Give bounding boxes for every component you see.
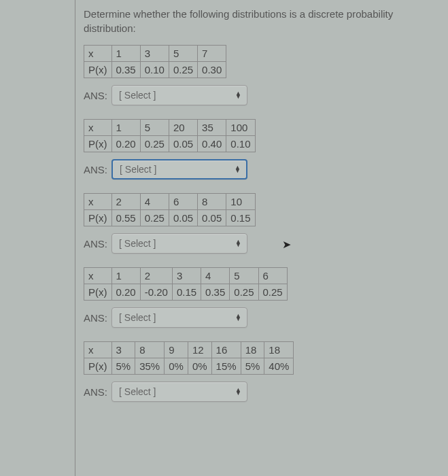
row-label-x: x bbox=[84, 268, 112, 284]
x-cell: 18 bbox=[264, 342, 294, 358]
answer-select[interactable]: [ Select ]▲▼ bbox=[111, 307, 247, 328]
row-label-px: P(x) bbox=[84, 210, 112, 226]
select-placeholder: [ Select ] bbox=[119, 312, 156, 323]
select-placeholder: [ Select ] bbox=[119, 238, 156, 249]
select-placeholder: [ Select ] bbox=[120, 164, 156, 175]
select-placeholder: [ Select ] bbox=[119, 386, 156, 397]
distribution-table: x38912161818P(x)5%35%0%0%15%5%40% bbox=[84, 341, 294, 375]
px-cell: 5% bbox=[111, 358, 135, 375]
distribution-table: x123456P(x)0.20-0.200.150.350.250.25 bbox=[84, 267, 288, 301]
x-cell: 3 bbox=[111, 342, 135, 358]
px-cell: -0.20 bbox=[140, 284, 172, 301]
chevron-updown-icon: ▲▼ bbox=[235, 388, 241, 395]
x-cell: 18 bbox=[241, 342, 264, 358]
chevron-updown-icon: ▲▼ bbox=[235, 240, 241, 247]
question-page: Determine whether the following distribu… bbox=[75, 0, 448, 476]
px-cell: 0.10 bbox=[226, 136, 255, 152]
chevron-updown-icon: ▲▼ bbox=[235, 314, 241, 321]
px-cell: 35% bbox=[135, 358, 165, 375]
px-cell: 15% bbox=[211, 358, 241, 375]
distribution-block: x38912161818P(x)5%35%0%0%15%5%40%ANS:[ S… bbox=[84, 341, 434, 402]
row-label-px: P(x) bbox=[84, 62, 112, 78]
px-cell: 5% bbox=[241, 358, 264, 375]
x-cell: 12 bbox=[188, 342, 211, 358]
x-cell: 8 bbox=[135, 342, 165, 358]
px-cell: 0% bbox=[165, 358, 188, 375]
answer-row: ANS:[ Select ]▲▼ bbox=[84, 233, 434, 254]
px-cell: 0% bbox=[188, 358, 211, 375]
x-cell: 2 bbox=[140, 268, 172, 284]
x-cell: 5 bbox=[140, 120, 169, 136]
x-cell: 1 bbox=[111, 120, 140, 136]
px-cell: 0.10 bbox=[140, 62, 169, 78]
x-cell: 35 bbox=[198, 120, 226, 136]
px-cell: 0.25 bbox=[169, 62, 197, 78]
px-cell: 0.35 bbox=[201, 284, 230, 301]
answer-select[interactable]: [ Select ]▲▼ bbox=[111, 233, 247, 254]
x-cell: 1 bbox=[111, 46, 140, 62]
px-cell: 0.05 bbox=[169, 210, 197, 226]
row-label-x: x bbox=[84, 46, 112, 62]
answer-label: ANS: bbox=[84, 164, 107, 175]
chevron-updown-icon: ▲▼ bbox=[235, 92, 241, 99]
px-cell: 0.25 bbox=[230, 284, 258, 301]
chevron-updown-icon: ▲▼ bbox=[235, 166, 241, 173]
x-cell: 8 bbox=[198, 194, 226, 210]
row-label-px: P(x) bbox=[84, 136, 112, 152]
px-cell: 0.30 bbox=[198, 62, 226, 78]
select-placeholder: [ Select ] bbox=[119, 90, 156, 101]
x-cell: 6 bbox=[258, 268, 287, 284]
distribution-block: x123456P(x)0.20-0.200.150.350.250.25ANS:… bbox=[84, 267, 434, 328]
row-label-x: x bbox=[84, 342, 112, 358]
distribution-block: x1357P(x)0.350.100.250.30ANS:[ Select ]▲… bbox=[84, 45, 434, 105]
px-cell: 0.35 bbox=[111, 62, 140, 78]
px-cell: 0.25 bbox=[140, 210, 169, 226]
x-cell: 7 bbox=[198, 46, 226, 62]
px-cell: 0.25 bbox=[140, 136, 169, 152]
x-cell: 4 bbox=[140, 194, 169, 210]
answer-select[interactable]: [ Select ]▲▼ bbox=[111, 85, 247, 105]
x-cell: 5 bbox=[169, 46, 197, 62]
px-cell: 0.15 bbox=[172, 284, 201, 301]
distribution-table: x152035100P(x)0.200.250.050.400.10 bbox=[84, 119, 256, 152]
px-cell: 0.40 bbox=[198, 136, 226, 152]
x-cell: 2 bbox=[111, 194, 140, 210]
row-label-px: P(x) bbox=[84, 358, 112, 375]
row-label-x: x bbox=[84, 120, 112, 136]
x-cell: 9 bbox=[165, 342, 188, 358]
px-cell: 0.05 bbox=[169, 136, 197, 152]
px-cell: 0.25 bbox=[258, 284, 287, 301]
px-cell: 0.20 bbox=[111, 136, 140, 152]
x-cell: 3 bbox=[172, 268, 201, 284]
distribution-block: x246810P(x)0.550.250.050.050.15ANS:[ Sel… bbox=[84, 193, 434, 254]
distribution-table: x1357P(x)0.350.100.250.30 bbox=[84, 45, 226, 78]
row-label-x: x bbox=[84, 194, 112, 210]
answer-row: ANS:[ Select ]▲▼ bbox=[84, 159, 434, 180]
answer-row: ANS:[ Select ]▲▼ bbox=[84, 85, 434, 105]
px-cell: 0.20 bbox=[111, 284, 140, 301]
x-cell: 16 bbox=[211, 342, 241, 358]
question-prompt: Determine whether the following distribu… bbox=[84, 7, 434, 35]
answer-row: ANS:[ Select ]▲▼ bbox=[84, 307, 434, 328]
x-cell: 3 bbox=[140, 46, 169, 62]
x-cell: 100 bbox=[226, 120, 255, 136]
row-label-px: P(x) bbox=[84, 284, 112, 301]
x-cell: 6 bbox=[169, 194, 197, 210]
answer-select[interactable]: [ Select ]▲▼ bbox=[111, 381, 247, 402]
answer-select[interactable]: [ Select ]▲▼ bbox=[111, 159, 247, 180]
px-cell: 0.05 bbox=[198, 210, 226, 226]
x-cell: 5 bbox=[230, 268, 258, 284]
answer-label: ANS: bbox=[84, 386, 107, 398]
distribution-table: x246810P(x)0.550.250.050.050.15 bbox=[84, 193, 256, 226]
px-cell: 0.55 bbox=[111, 210, 140, 226]
answer-label: ANS: bbox=[84, 238, 107, 250]
px-cell: 40% bbox=[264, 358, 294, 375]
distribution-block: x152035100P(x)0.200.250.050.400.10ANS:[ … bbox=[84, 119, 434, 180]
questions-container: x1357P(x)0.350.100.250.30ANS:[ Select ]▲… bbox=[84, 45, 434, 402]
x-cell: 4 bbox=[201, 268, 230, 284]
x-cell: 10 bbox=[226, 194, 255, 210]
answer-label: ANS: bbox=[84, 90, 107, 101]
x-cell: 1 bbox=[111, 268, 140, 284]
px-cell: 0.15 bbox=[226, 210, 255, 226]
x-cell: 20 bbox=[169, 120, 197, 136]
